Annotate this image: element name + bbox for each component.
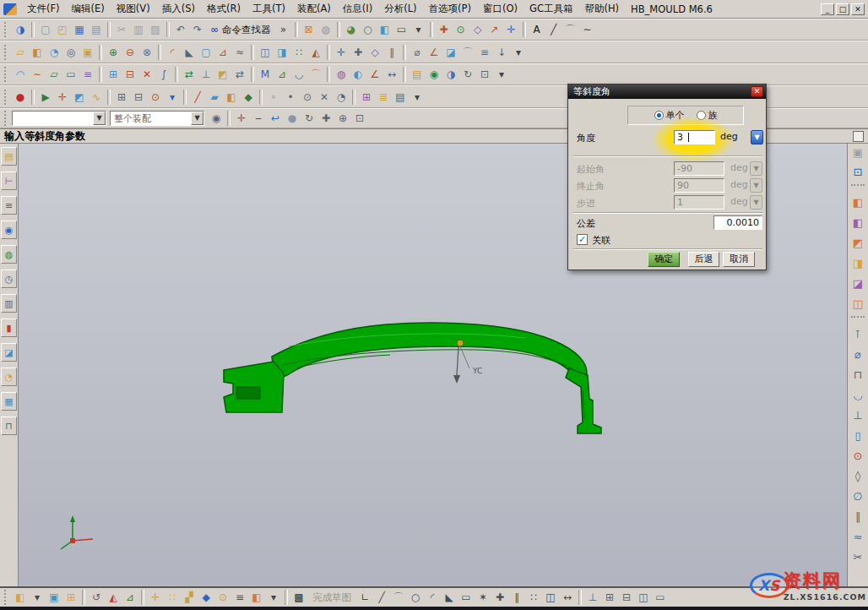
rectangle-icon[interactable]: ▭ [458,590,474,605]
selection-filter-icon[interactable]: ◉ [209,111,224,126]
edge-blend-icon[interactable]: ◜ [165,45,180,60]
roles-tab[interactable]: ▤ [1,147,17,166]
prompt-rail-icon[interactable] [853,131,864,142]
angle-unit-dropdown-icon[interactable]: ▼ [751,130,763,144]
angle-input[interactable]: 3 [674,130,715,144]
overflow-chevron-icon[interactable]: » [276,22,291,37]
cancel-button[interactable]: 取消 [723,252,755,267]
window-display-icon[interactable]: ▭ [394,22,410,37]
reflection-icon[interactable]: ◐ [350,67,366,82]
cooling-icon[interactable]: ≈ [850,530,865,545]
snap-quadrant-icon[interactable]: ◔ [334,90,349,105]
ruler-icon[interactable]: ≣ [376,90,391,105]
toolbar-grip[interactable] [4,590,8,605]
redo-icon[interactable]: ↷ [190,22,205,37]
body-icon[interactable]: ◧ [224,90,239,105]
cut-icon[interactable]: ✂ [114,22,129,37]
point-icon[interactable]: ✚ [350,45,366,60]
sew-icon[interactable]: ⊞ [106,67,121,82]
constraint-navigator-tab[interactable]: ⊢ [1,172,17,190]
assembly-sequence-icon[interactable]: ⊿ [122,590,138,605]
minimize-button[interactable]: _ [821,3,834,15]
reattach-icon[interactable]: ◫ [636,590,651,605]
navigator-cube-icon[interactable]: ◆ [198,590,214,605]
show-constraints-icon[interactable]: ⊞ [602,590,617,605]
rotate-view-icon[interactable]: ↻ [301,111,317,126]
isocline-icon[interactable]: ⊿ [274,67,290,82]
scene-tab[interactable]: ▦ [1,392,17,411]
dialog-title[interactable]: 等斜度角 [568,84,766,99]
wave-link-icon[interactable]: ⇄ [182,67,197,82]
note-icon[interactable]: ▤ [393,90,408,105]
fit-icon[interactable]: ⊡ [477,67,492,82]
modeling-app-icon[interactable]: M [258,67,273,82]
section-icon[interactable]: ◪ [443,45,458,60]
view-cube-icon[interactable]: ◧ [377,22,393,37]
line-icon[interactable]: ╱ [374,590,389,605]
touch-mode-icon[interactable]: ◍ [318,22,334,37]
ejector-icon[interactable]: ▯ [850,428,865,444]
system-materials-tab[interactable]: ▥ [1,294,17,313]
close-button[interactable]: ✕ [851,3,865,15]
curve-icon[interactable]: ⌒ [460,45,475,60]
datum-plane-icon[interactable]: ◇ [470,22,486,37]
offset-curve-icon[interactable]: ≡ [477,45,492,60]
record-icon[interactable]: ● [13,90,28,105]
revolve-icon[interactable]: ◔ [46,45,62,60]
ring-icon[interactable]: ⊙ [850,449,865,464]
intersect-icon[interactable]: ⊗ [139,45,155,60]
vector-icon[interactable]: ↗ [487,22,502,37]
associative-checkbox[interactable]: ✓ [577,234,588,245]
angle-analysis-icon[interactable]: ∠ [426,45,442,60]
polygon-icon[interactable]: ✶ [475,590,491,605]
open-icon[interactable]: ◰ [55,22,70,37]
new-file-icon[interactable]: ▢ [38,22,53,37]
history-tab[interactable]: ◷ [1,270,17,288]
menu-file[interactable]: 文件(F) [22,1,65,17]
edge-icon[interactable]: ╱ [190,90,205,105]
chamfer-icon[interactable]: ◣ [442,590,457,605]
trim-mold-icon[interactable]: ✂ [850,550,865,565]
toolbar-grip[interactable] [4,111,8,126]
menu-edit[interactable]: 编辑(E) [67,1,110,17]
i-form-icon[interactable]: ∫ [156,67,171,82]
slider-icon[interactable]: ⊓ [850,368,865,383]
internet-tab[interactable]: ◉ [1,221,17,239]
edit-display-icon[interactable]: ◑ [443,67,458,82]
refresh-icon[interactable]: ↻ [460,67,475,82]
sketch-env-icon[interactable]: ▩ [291,590,307,605]
start-icon[interactable]: ◑ [13,22,28,37]
plane-icon[interactable]: ◇ [367,45,382,60]
layer-settings-icon[interactable]: ▤ [410,67,425,82]
menu-insert[interactable]: 插入(S) [157,1,200,17]
paste-icon[interactable]: ▧ [148,22,163,37]
wcs-dynamics-icon[interactable]: ✛ [55,90,70,105]
through-curves-icon[interactable]: ◠ [13,67,28,82]
mirror-feature-icon[interactable]: ◭ [308,45,323,60]
replace-component-icon[interactable]: ⇄ [232,67,247,82]
draft-icon[interactable]: ⊿ [215,45,231,60]
save-icon[interactable]: ▦ [72,22,87,37]
menu-help[interactable]: 帮助(H) [579,1,624,17]
swept-icon[interactable]: ∼ [30,67,45,82]
assembly-constraints-icon[interactable]: ⊥ [198,67,214,82]
part-navigator-tab[interactable]: ≡ [1,196,17,215]
hole-icon[interactable]: ◎ [63,45,79,60]
point-icon[interactable]: ✚ [492,590,507,605]
menu-tools[interactable]: 工具(T) [247,1,290,17]
overflow-chevron-icon[interactable]: ▾ [494,67,509,82]
toolbar-grip[interactable] [4,45,8,60]
text-icon[interactable]: A [529,22,545,37]
block-icon[interactable]: ▣ [80,45,95,60]
dropdown-chevron-icon[interactable]: ▾ [30,590,45,605]
mold-csys-icon[interactable]: ◩ [850,236,865,251]
people-tab[interactable]: ◔ [1,368,17,386]
orbit-icon[interactable]: ↩ [268,111,283,126]
spline-icon[interactable]: ∼ [580,22,595,37]
menu-gc-toolbox[interactable]: GC工具箱 [524,1,578,17]
thread-icon[interactable]: ≈ [232,45,247,60]
sketch-curve-icon[interactable]: ∿ [89,90,104,105]
door-handle-model[interactable] [224,323,601,433]
distance-icon[interactable]: ↔ [384,67,399,82]
move-object-icon[interactable]: ✚ [437,22,452,37]
